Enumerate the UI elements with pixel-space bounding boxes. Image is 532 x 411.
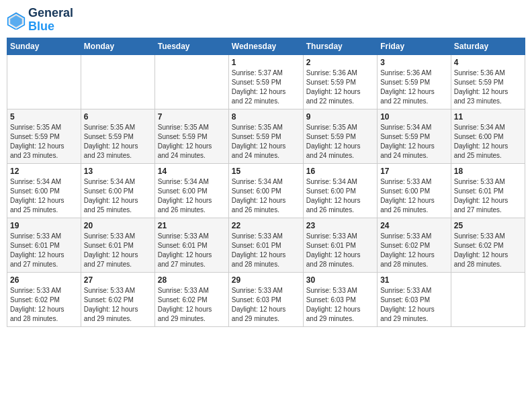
calendar-cell: 11Sunrise: 5:34 AM Sunset: 6:00 PM Dayli… [451,109,525,163]
day-number: 20 [84,221,152,230]
day-info: Sunrise: 5:34 AM Sunset: 6:00 PM Dayligh… [306,177,374,215]
calendar-cell: 29Sunrise: 5:33 AM Sunset: 6:03 PM Dayli… [228,272,303,326]
calendar-cell: 25Sunrise: 5:33 AM Sunset: 6:02 PM Dayli… [451,218,525,272]
page-header: General Blue [7,7,525,34]
calendar-cell [451,272,525,326]
day-info: Sunrise: 5:33 AM Sunset: 6:01 PM Dayligh… [306,232,374,269]
day-info: Sunrise: 5:37 AM Sunset: 5:59 PM Dayligh… [232,68,300,106]
calendar-cell: 22Sunrise: 5:33 AM Sunset: 6:01 PM Dayli… [228,218,303,272]
day-number: 24 [380,221,448,230]
day-info: Sunrise: 5:35 AM Sunset: 5:59 PM Dayligh… [10,123,78,161]
day-number: 12 [10,167,78,176]
day-number: 29 [232,275,300,285]
day-number: 7 [158,112,226,122]
day-info: Sunrise: 5:34 AM Sunset: 5:59 PM Dayligh… [380,123,448,161]
calendar-cell: 21Sunrise: 5:33 AM Sunset: 6:01 PM Dayli… [154,218,228,272]
day-number: 28 [158,275,226,285]
day-number: 3 [380,58,448,67]
calendar-cell: 27Sunrise: 5:33 AM Sunset: 6:02 PM Dayli… [81,272,154,326]
calendar-week-4: 19Sunrise: 5:33 AM Sunset: 6:01 PM Dayli… [7,218,525,272]
day-info: Sunrise: 5:34 AM Sunset: 6:00 PM Dayligh… [10,177,78,215]
calendar: SundayMondayTuesdayWednesdayThursdayFrid… [7,38,525,327]
day-info: Sunrise: 5:34 AM Sunset: 6:00 PM Dayligh… [84,177,152,215]
day-info: Sunrise: 5:33 AM Sunset: 6:02 PM Dayligh… [158,286,226,324]
calendar-cell: 30Sunrise: 5:33 AM Sunset: 6:03 PM Dayli… [303,272,377,326]
day-info: Sunrise: 5:35 AM Sunset: 5:59 PM Dayligh… [306,123,374,161]
calendar-week-1: 1Sunrise: 5:37 AM Sunset: 5:59 PM Daylig… [7,54,525,109]
calendar-week-5: 26Sunrise: 5:33 AM Sunset: 6:02 PM Dayli… [7,272,525,326]
calendar-cell: 31Sunrise: 5:33 AM Sunset: 6:03 PM Dayli… [378,272,451,326]
calendar-cell: 12Sunrise: 5:34 AM Sunset: 6:00 PM Dayli… [7,163,81,218]
calendar-cell: 17Sunrise: 5:33 AM Sunset: 6:00 PM Dayli… [378,163,451,218]
calendar-cell: 5Sunrise: 5:35 AM Sunset: 5:59 PM Daylig… [7,109,81,163]
day-number: 15 [232,167,300,176]
calendar-cell [81,54,154,109]
day-info: Sunrise: 5:34 AM Sunset: 6:00 PM Dayligh… [158,177,226,215]
calendar-cell: 18Sunrise: 5:33 AM Sunset: 6:01 PM Dayli… [451,163,525,218]
day-info: Sunrise: 5:36 AM Sunset: 5:59 PM Dayligh… [306,68,374,106]
day-info: Sunrise: 5:33 AM Sunset: 6:03 PM Dayligh… [380,286,448,324]
day-info: Sunrise: 5:33 AM Sunset: 6:03 PM Dayligh… [306,286,374,324]
weekday-header-tuesday: Tuesday [154,38,228,54]
calendar-cell: 3Sunrise: 5:36 AM Sunset: 5:59 PM Daylig… [378,54,451,109]
day-info: Sunrise: 5:33 AM Sunset: 6:01 PM Dayligh… [84,232,152,269]
weekday-header-saturday: Saturday [451,38,525,54]
calendar-cell: 7Sunrise: 5:35 AM Sunset: 5:59 PM Daylig… [154,109,228,163]
calendar-cell [7,54,81,109]
day-number: 27 [84,275,152,285]
weekday-header-friday: Friday [378,38,451,54]
calendar-cell: 1Sunrise: 5:37 AM Sunset: 5:59 PM Daylig… [228,54,303,109]
weekday-header-wednesday: Wednesday [228,38,303,54]
day-number: 4 [454,58,522,67]
day-info: Sunrise: 5:33 AM Sunset: 6:02 PM Dayligh… [380,232,448,269]
day-info: Sunrise: 5:33 AM Sunset: 6:01 PM Dayligh… [158,232,226,269]
calendar-cell: 28Sunrise: 5:33 AM Sunset: 6:02 PM Dayli… [154,272,228,326]
day-number: 21 [158,221,226,230]
day-info: Sunrise: 5:36 AM Sunset: 5:59 PM Dayligh… [380,68,448,106]
calendar-cell: 9Sunrise: 5:35 AM Sunset: 5:59 PM Daylig… [303,109,377,163]
logo-icon [7,11,26,30]
day-number: 23 [306,221,374,230]
calendar-cell: 23Sunrise: 5:33 AM Sunset: 6:01 PM Dayli… [303,218,377,272]
day-info: Sunrise: 5:35 AM Sunset: 5:59 PM Dayligh… [232,123,300,161]
day-number: 9 [306,112,374,122]
calendar-cell: 13Sunrise: 5:34 AM Sunset: 6:00 PM Dayli… [81,163,154,218]
weekday-header-thursday: Thursday [303,38,377,54]
day-number: 16 [306,167,374,176]
weekday-header-monday: Monday [81,38,154,54]
day-info: Sunrise: 5:34 AM Sunset: 6:00 PM Dayligh… [454,123,522,161]
day-info: Sunrise: 5:35 AM Sunset: 5:59 PM Dayligh… [158,123,226,161]
calendar-week-3: 12Sunrise: 5:34 AM Sunset: 6:00 PM Dayli… [7,163,525,218]
calendar-cell: 16Sunrise: 5:34 AM Sunset: 6:00 PM Dayli… [303,163,377,218]
day-number: 2 [306,58,374,67]
calendar-cell: 14Sunrise: 5:34 AM Sunset: 6:00 PM Dayli… [154,163,228,218]
day-info: Sunrise: 5:33 AM Sunset: 6:02 PM Dayligh… [454,232,522,269]
day-number: 31 [380,275,448,285]
day-number: 22 [232,221,300,230]
day-number: 13 [84,167,152,176]
calendar-cell: 24Sunrise: 5:33 AM Sunset: 6:02 PM Dayli… [378,218,451,272]
day-number: 26 [10,275,78,285]
calendar-cell: 8Sunrise: 5:35 AM Sunset: 5:59 PM Daylig… [228,109,303,163]
calendar-cell: 10Sunrise: 5:34 AM Sunset: 5:59 PM Dayli… [378,109,451,163]
day-number: 25 [454,221,522,230]
calendar-cell [154,54,228,109]
day-info: Sunrise: 5:34 AM Sunset: 6:00 PM Dayligh… [232,177,300,215]
day-info: Sunrise: 5:33 AM Sunset: 6:02 PM Dayligh… [10,286,78,324]
day-info: Sunrise: 5:36 AM Sunset: 5:59 PM Dayligh… [454,68,522,106]
day-number: 19 [10,221,78,230]
day-info: Sunrise: 5:33 AM Sunset: 6:01 PM Dayligh… [10,232,78,269]
logo-text: General Blue [28,7,73,34]
calendar-week-2: 5Sunrise: 5:35 AM Sunset: 5:59 PM Daylig… [7,109,525,163]
calendar-cell: 26Sunrise: 5:33 AM Sunset: 6:02 PM Dayli… [7,272,81,326]
day-info: Sunrise: 5:33 AM Sunset: 6:01 PM Dayligh… [232,232,300,269]
calendar-cell: 2Sunrise: 5:36 AM Sunset: 5:59 PM Daylig… [303,54,377,109]
day-number: 10 [380,112,448,122]
calendar-cell: 15Sunrise: 5:34 AM Sunset: 6:00 PM Dayli… [228,163,303,218]
day-info: Sunrise: 5:35 AM Sunset: 5:59 PM Dayligh… [84,123,152,161]
day-number: 30 [306,275,374,285]
day-info: Sunrise: 5:33 AM Sunset: 6:00 PM Dayligh… [380,177,448,215]
day-number: 5 [10,112,78,122]
calendar-cell: 6Sunrise: 5:35 AM Sunset: 5:59 PM Daylig… [81,109,154,163]
day-number: 18 [454,167,522,176]
